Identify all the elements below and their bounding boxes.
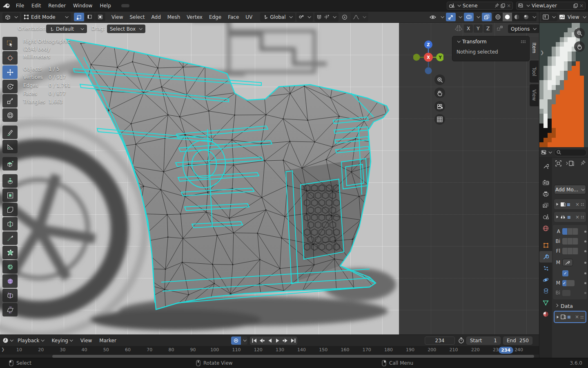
new-scene-icon[interactable] — [501, 3, 505, 8]
tool-cursor[interactable] — [2, 51, 18, 65]
tab-output[interactable] — [539, 188, 552, 200]
tab-scene[interactable] — [539, 211, 552, 222]
play-button[interactable] — [274, 337, 281, 344]
drag-handle-icon[interactable] — [580, 316, 584, 319]
timeline-tick[interactable]: 120 — [254, 347, 263, 352]
playhead[interactable]: 234 — [499, 347, 513, 354]
tool-scale[interactable] — [2, 94, 18, 108]
viewport-menu-item[interactable]: Face — [225, 13, 242, 21]
tool-edge-slide[interactable] — [2, 289, 18, 302]
selected-modifier-header[interactable]: ▦ × — [554, 311, 586, 323]
auto-keyframe-record-button[interactable] — [231, 337, 241, 345]
drag-handle-icon[interactable] — [581, 203, 584, 206]
overlays-toggle[interactable] — [464, 13, 474, 21]
region-expand-arrow-icon[interactable]: ❯ — [540, 50, 544, 55]
shading-material-button[interactable] — [512, 13, 521, 21]
animate-dot-icon[interactable] — [584, 272, 586, 274]
workspace-tab[interactable] — [181, 4, 189, 7]
eyedropper-button[interactable] — [562, 259, 573, 266]
playback-menu[interactable]: Playback — [14, 337, 48, 345]
bisect-y-toggle[interactable] — [568, 238, 573, 245]
viewport-menu-item[interactable]: UV — [242, 13, 256, 21]
close-icon[interactable]: × — [575, 202, 579, 207]
viewport-menu-item[interactable]: Edge — [206, 13, 225, 21]
axis-x-toggle[interactable] — [562, 228, 568, 235]
tool-measure[interactable] — [2, 140, 18, 153]
options-dropdown[interactable]: Options — [508, 25, 539, 33]
viewport-grid-icon[interactable] — [434, 114, 445, 125]
workspace-tab[interactable] — [147, 4, 155, 7]
tab-modifiers[interactable] — [539, 251, 552, 263]
modifier-panel-header[interactable]: ▦ × — [554, 199, 586, 210]
workspace-tab[interactable] — [138, 4, 147, 7]
sidebar-tab[interactable]: View — [530, 84, 539, 106]
scrollbar-thumb[interactable] — [52, 355, 534, 358]
transform-orientation-selector[interactable]: Global — [260, 13, 295, 22]
timeline-tick[interactable]: 70 — [147, 347, 152, 352]
gizmos-toggle[interactable] — [446, 13, 456, 21]
tab-object[interactable] — [539, 240, 552, 251]
view-layer-icon[interactable] — [518, 3, 523, 8]
realtime-toggle-icon[interactable]: ▦ — [567, 202, 570, 206]
mode-selector[interactable]: Edit Mode — [21, 13, 71, 22]
drag-dropdown[interactable]: Select Box — [107, 25, 145, 33]
realtime-toggle-icon[interactable]: ▦ — [567, 215, 571, 219]
sidebar-tab[interactable]: Item — [530, 37, 539, 59]
timeline-tick[interactable]: 220 — [471, 347, 480, 352]
data-section-header[interactable]: Data — [554, 302, 586, 310]
tab-object-data[interactable] — [539, 297, 552, 308]
animate-dot-icon[interactable] — [584, 262, 586, 264]
vertex-select-mode-button[interactable] — [74, 13, 84, 21]
timeline-tick[interactable]: 30 — [60, 347, 65, 352]
timeline-tick[interactable]: 20 — [38, 347, 44, 352]
tab-world[interactable] — [539, 222, 552, 234]
menu-item[interactable]: Render — [45, 2, 69, 10]
shading-wireframe-button[interactable] — [493, 13, 503, 21]
timeline-tick[interactable]: 10 — [16, 347, 22, 352]
mirror-axis-y-button[interactable]: Y — [474, 25, 483, 33]
viewport-menu-item[interactable]: Add — [148, 13, 164, 21]
close-icon[interactable]: × — [575, 314, 579, 320]
sidebar-tab[interactable]: Tool — [530, 61, 539, 83]
blender-logo-icon[interactable] — [2, 2, 11, 9]
transform-panel-header[interactable]: Transform — [452, 36, 529, 47]
timeline-tick[interactable]: 210 — [450, 347, 458, 352]
tab-view-layer[interactable] — [539, 200, 552, 211]
tab-particles[interactable] — [539, 263, 552, 274]
workspace-tab[interactable] — [198, 4, 207, 7]
animate-dot-icon[interactable] — [584, 250, 586, 252]
previous-keyframe-button[interactable] — [258, 337, 266, 344]
shading-options-button[interactable] — [531, 13, 537, 21]
tool-spin[interactable] — [2, 260, 18, 274]
image-editor-type-button[interactable] — [541, 13, 557, 21]
play-reverse-button[interactable] — [266, 337, 274, 344]
tool-add-cube[interactable] — [2, 157, 18, 171]
viewport-camera-icon[interactable] — [434, 101, 445, 112]
xray-toggle[interactable] — [482, 13, 492, 21]
tool-tweak-select-box[interactable] — [2, 37, 18, 50]
timeline-tick[interactable]: 150 — [319, 347, 327, 352]
viewport-3d[interactable]: Orientation: Default Drag: Select Box XY… — [0, 23, 539, 334]
close-icon[interactable]: × — [575, 214, 579, 220]
workspace-tab[interactable] — [130, 4, 138, 7]
timeline-tick[interactable]: 100 — [210, 347, 219, 352]
viewport-pan-hand-icon[interactable] — [434, 88, 445, 98]
auto-keyframe-options-button[interactable] — [241, 337, 247, 345]
menu-item[interactable]: Window — [69, 2, 96, 10]
timeline-tick[interactable]: 200 — [428, 347, 436, 352]
tool-shear[interactable] — [2, 303, 18, 316]
start-frame-field[interactable]: Start 1 — [466, 337, 501, 345]
new-layer-icon[interactable] — [573, 3, 578, 8]
pin-id-icon[interactable] — [581, 160, 586, 166]
next-keyframe-button[interactable] — [281, 337, 289, 344]
tab-tool[interactable] — [539, 160, 552, 172]
editor-type-button[interactable] — [2, 13, 20, 22]
tool-extrude-region[interactable] — [2, 174, 18, 188]
scene-name[interactable]: Scene — [463, 3, 493, 9]
axis-y-toggle[interactable] — [568, 228, 573, 235]
workspace-tab[interactable] — [190, 4, 198, 7]
timeline-view-menu[interactable]: View — [77, 337, 95, 345]
tool-annotate[interactable] — [2, 126, 18, 139]
tool-loop-cut[interactable] — [2, 217, 18, 231]
bisect-z-toggle[interactable] — [573, 238, 578, 245]
